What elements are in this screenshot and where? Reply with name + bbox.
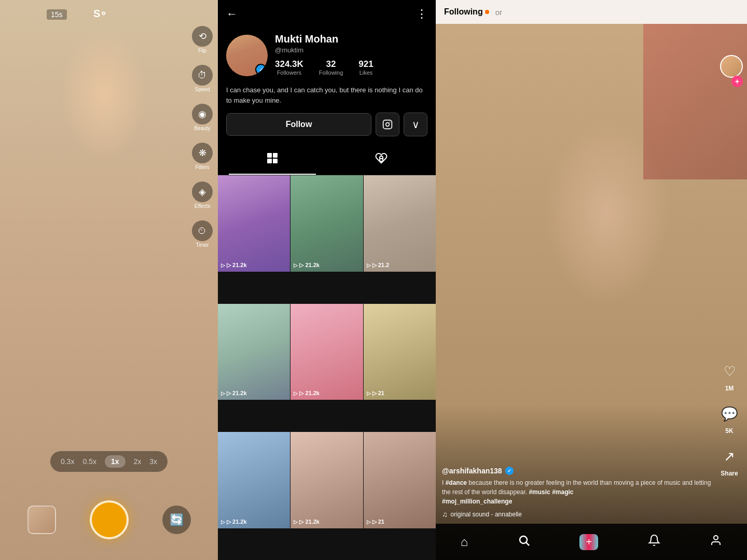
share-label: Share [721, 470, 738, 477]
tab-liked[interactable] [327, 145, 436, 175]
camera-control-beauty[interactable]: ◉ Beauty [192, 104, 213, 131]
zoom-0-3x[interactable]: 0.3x [61, 457, 74, 466]
nav-add[interactable]: + [571, 530, 606, 554]
add-icon: + [579, 534, 598, 550]
following-count: 32 [326, 59, 336, 69]
play-icon: ▷ [367, 390, 371, 396]
follow-button[interactable]: Follow [226, 113, 371, 136]
video-thumb-7[interactable]: ▷ ▷ 21.2k [218, 432, 290, 528]
or-divider: or [495, 8, 502, 17]
camera-control-effects[interactable]: ◈ Effects [192, 181, 213, 209]
zoom-2x[interactable]: 2x [133, 457, 141, 466]
feed-video-area: + ♡ 1M 💬 5K ↗ Share @arshifakhan138 ✓ [436, 24, 747, 560]
video-count-7: ▷ ▷ 21.2k [221, 519, 247, 525]
share-action[interactable]: ↗ Share [718, 445, 741, 477]
back-button[interactable]: ← [226, 7, 238, 21]
video-count-4: ▷ ▷ 21.2k [221, 390, 247, 397]
like-action[interactable]: ♡ 1M [718, 360, 741, 392]
video-count-9: ▷ ▷ 21 [367, 519, 384, 525]
profile-info: ✓ Mukti Mohan @muktim 324.3K Followers 3… [218, 28, 436, 85]
more-options-button[interactable]: ⋮ [416, 7, 427, 21]
profile-name: Mukti Mohan [275, 33, 427, 45]
camera-bottom-controls: 🔄 [0, 500, 218, 539]
zoom-0-5x[interactable]: 0.5x [82, 457, 96, 466]
more-actions-button[interactable]: ∨ [404, 113, 427, 136]
filters-icon: ❋ [192, 143, 213, 163]
camera-control-filters[interactable]: ❋ Filters [192, 143, 213, 170]
play-icon: ▷ [221, 519, 225, 525]
video-thumb-1[interactable]: ▷ ▷ 21.2k [218, 175, 290, 272]
likes-label: Likes [359, 69, 373, 76]
profile-actions: Follow ∨ [218, 113, 436, 145]
tab-videos[interactable] [218, 145, 327, 175]
nav-notifications[interactable] [640, 530, 669, 554]
nav-profile[interactable] [701, 530, 730, 554]
gallery-thumbnail[interactable] [27, 506, 56, 534]
following-stat: 32 Following [319, 59, 343, 76]
profile-stats: 324.3K Followers 32 Following 921 Likes [275, 57, 427, 78]
effects-icon: ◈ [192, 181, 213, 202]
nav-home[interactable]: ⌂ [452, 530, 477, 553]
flip-icon: ⟲ [192, 26, 213, 47]
comment-action[interactable]: 💬 5K [718, 402, 741, 435]
video-thumb-2[interactable]: ▷ ▷ 21.2k [290, 175, 363, 272]
svg-point-1 [386, 123, 390, 127]
video-thumb-8[interactable]: ▷ ▷ 21.2k [290, 432, 363, 528]
followers-label: Followers [277, 69, 301, 76]
feed-actions: ♡ 1M 💬 5K ↗ Share [718, 360, 741, 477]
camera-control-timer[interactable]: ⏲ Timer [192, 220, 213, 248]
svg-rect-3 [267, 153, 272, 158]
feed-panel: Following or + ♡ 1M 💬 5K ↗ Share [436, 0, 747, 560]
zoom-1x-active[interactable]: 1x [105, 455, 126, 468]
verified-badge: ✓ [255, 64, 267, 75]
nav-search[interactable] [509, 530, 538, 554]
share-icon: ↗ [718, 445, 741, 468]
video-thumb-9[interactable]: ▷ ▷ 21 [364, 432, 436, 528]
svg-point-8 [520, 536, 527, 543]
play-icon: ▷ [294, 262, 298, 268]
feed-music-info[interactable]: ♫ original sound - annabelle [442, 510, 716, 519]
video-thumb-5[interactable]: ▷ ▷ 21.2k [290, 304, 363, 400]
flip-camera-button[interactable]: 🔄 [162, 506, 191, 534]
like-count: 1M [725, 385, 734, 392]
instagram-link-button[interactable] [376, 113, 399, 136]
video-thumb-4[interactable]: ▷ ▷ 21.2k [218, 304, 290, 400]
feed-background-wall [643, 24, 747, 179]
svg-line-9 [526, 543, 529, 546]
video-thumb-6[interactable]: ▷ ▷ 21 [364, 304, 436, 400]
following-dot [485, 10, 489, 14]
camera-control-speed[interactable]: ⏱ Speed [192, 65, 213, 92]
zoom-3x[interactable]: 3x [149, 457, 157, 466]
camera-top-label: S∘ [93, 7, 107, 20]
shutter-button[interactable] [90, 500, 129, 539]
camera-control-flip[interactable]: ⟲ Flip [192, 26, 213, 53]
svg-rect-7 [380, 159, 383, 161]
follow-plus-button[interactable]: + [731, 76, 743, 87]
followers-count: 324.3K [275, 59, 303, 69]
filters-label: Filters [195, 164, 209, 170]
video-thumb-3[interactable]: ▷ ▷ 21.2 [364, 175, 436, 272]
music-note-icon: ♫ [442, 510, 448, 519]
feed-caption-text: I #dance because there is no greater fee… [442, 478, 716, 506]
effects-label: Effects [195, 203, 210, 209]
creator-username: @arshifakhan138 ✓ [442, 467, 716, 475]
play-icon: ▷ [294, 390, 298, 396]
svg-point-10 [714, 536, 718, 540]
beauty-icon: ◉ [192, 104, 213, 124]
music-label: original sound - annabelle [451, 511, 522, 518]
profile-avatar: ✓ [226, 35, 268, 76]
hashtag-magic: #magic [552, 488, 573, 496]
camera-preview [0, 0, 218, 560]
play-icon: ▷ [367, 262, 371, 268]
camera-panel: 15s S∘ ⟲ Flip ⏱ Speed ◉ Beauty ❋ Filters… [0, 0, 218, 560]
bottom-navigation: ⌂ + [436, 524, 747, 560]
creator-avatar-small[interactable] [720, 55, 743, 78]
play-icon: ▷ [221, 262, 225, 268]
video-count-6: ▷ ▷ 21 [367, 390, 384, 397]
like-icon: ♡ [718, 360, 741, 383]
hashtag-music: #music [529, 488, 550, 496]
following-tab-button[interactable]: Following [444, 7, 489, 17]
search-icon [518, 534, 530, 550]
videos-grid-icon [266, 152, 279, 167]
svg-point-2 [390, 122, 391, 123]
